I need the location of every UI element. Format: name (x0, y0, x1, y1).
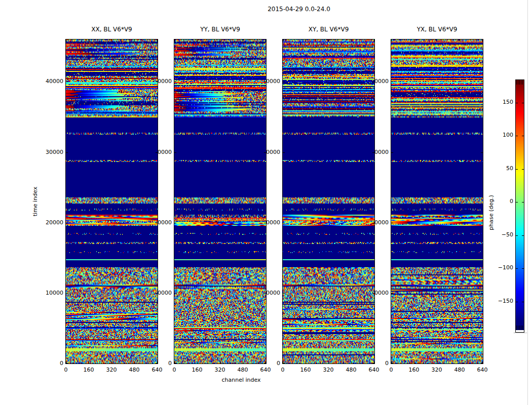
colorbar-tick-label: 0 (483, 198, 513, 205)
x-tick-label: 640 (472, 367, 492, 374)
window-edge-line (527, 0, 528, 405)
x-tick-label: 480 (124, 367, 144, 374)
heatmap-panel-yx (391, 39, 483, 363)
x-tick-label: 160 (79, 367, 99, 374)
colorbar (516, 80, 524, 330)
x-tick-label: 0 (273, 367, 293, 374)
panel-title-xy: XY, BL V6*V9 (283, 26, 374, 33)
heatmap-panel-yy (174, 39, 266, 363)
panel-title-yx: YX, BL V6*V9 (391, 26, 483, 33)
heatmap-frame-xx (65, 39, 158, 364)
x-tick-label: 320 (210, 367, 230, 374)
x-tick-label: 160 (187, 367, 207, 374)
colorbar-tick-label: 100 (483, 132, 513, 139)
heatmap-panel-xx (66, 39, 158, 363)
x-tick-label: 320 (427, 367, 447, 374)
colorbar-baseline-dotted (514, 333, 527, 333)
figure: 2015-04-29 0.0-24.0 time index channel i… (0, 0, 532, 405)
heatmap-frame-yx (391, 39, 483, 364)
panel-title-xx: XX, BL V6*V9 (66, 26, 158, 33)
y-tick-label: 30000 (33, 149, 63, 156)
colorbar-tick-label: −50 (483, 231, 513, 238)
colorbar-label: phase (deg.) (488, 182, 495, 243)
y-tick-label: 10000 (33, 290, 63, 297)
x-tick-label: 160 (295, 367, 316, 374)
x-tick-label: 0 (381, 367, 401, 374)
x-tick-label: 0 (164, 367, 184, 374)
x-tick-label: 320 (101, 367, 122, 374)
x-tick-label: 0 (56, 367, 76, 374)
heatmap-frame-yy (174, 39, 267, 364)
colorbar-tick-label: 150 (483, 99, 513, 106)
x-tick-label: 480 (341, 367, 361, 374)
colorbar-tick-label: −150 (483, 298, 513, 305)
colorbar-frame (515, 79, 524, 333)
colorbar-tick-label: −100 (483, 264, 513, 271)
heatmap-frame-xy (282, 39, 375, 364)
x-tick-label: 160 (404, 367, 424, 374)
y-tick-label: 0 (33, 360, 63, 367)
heatmap-panel-xy (283, 39, 374, 363)
y-axis-label: time index (32, 171, 39, 232)
panel-title-yy: YY, BL V6*V9 (174, 26, 266, 33)
colorbar-tick-label: 50 (483, 165, 513, 172)
x-tick-label: 480 (449, 367, 470, 374)
x-tick-label: 320 (318, 367, 338, 374)
figure-title: 2015-04-29 0.0-24.0 (223, 6, 375, 13)
x-axis-label: channel index (191, 377, 292, 383)
x-tick-label: 480 (233, 367, 253, 374)
y-tick-label: 40000 (33, 78, 63, 85)
